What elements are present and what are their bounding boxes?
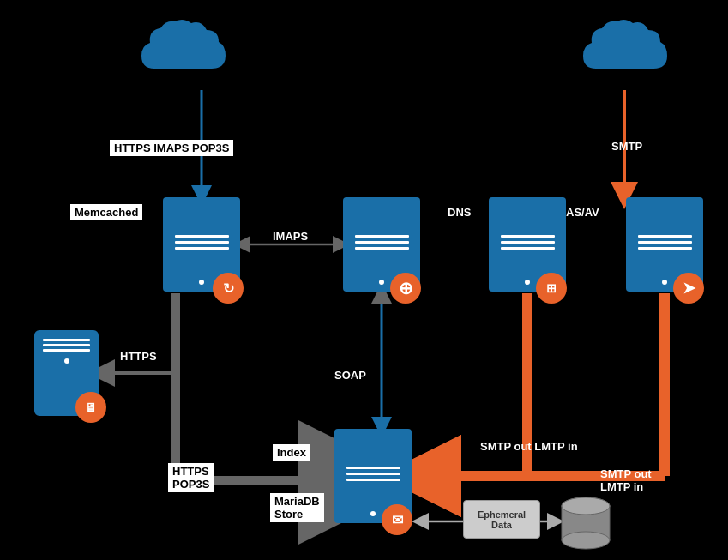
cloud-right: [575, 13, 677, 90]
database: [556, 496, 616, 559]
label-imaps: IMAPS: [273, 230, 308, 243]
label-smtp-out: SMTP out LMTP in: [600, 467, 652, 493]
label-https-mid: HTTPS: [120, 350, 157, 363]
icon-network: ⊞: [536, 273, 567, 304]
icon-refresh: ↻: [213, 273, 244, 304]
icon-merge: ⊕: [390, 273, 421, 304]
label-memcached: Memcached: [70, 204, 142, 220]
icon-monitor: 🖥: [75, 392, 106, 423]
label-smtp: SMTP: [611, 140, 642, 153]
label-ldap: SMTP out LMTP in: [480, 440, 578, 453]
svg-point-21: [562, 497, 610, 515]
label-asav: AS/AV: [566, 206, 599, 219]
label-soap: SOAP: [334, 369, 366, 382]
label-index: Index: [273, 444, 310, 461]
ephemeral-data-box: Ephemeral Data: [463, 500, 540, 539]
label-mariadb: MariaDB Store: [270, 493, 324, 522]
icon-mail: ✉: [382, 504, 412, 535]
label-dns: DNS: [448, 206, 471, 219]
icon-forward: ➤: [673, 273, 704, 304]
label-https-imaps-pop3s: HTTPS IMAPS POP3S: [110, 140, 233, 156]
ephemeral-label: Ephemeral Data: [467, 509, 536, 530]
svg-point-20: [562, 532, 610, 549]
cloud-left: [133, 13, 236, 90]
architecture-diagram: ↻ ⊕ ⊞ ➤: [0, 0, 728, 560]
label-https-pop3s: HTTPS POP3S: [168, 463, 214, 492]
